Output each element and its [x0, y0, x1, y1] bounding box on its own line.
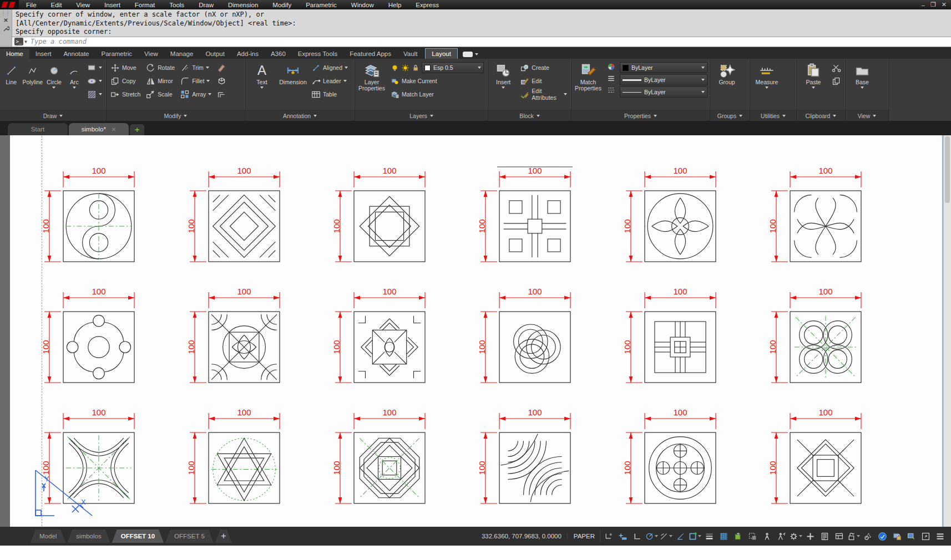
- panel-title-modify[interactable]: Modify: [107, 110, 245, 121]
- copy-button[interactable]: Copy: [109, 74, 142, 88]
- tile-quatrefoil[interactable]: .tile g.pat *{stroke:#2f2f2f;stroke-widt…: [614, 163, 722, 266]
- polyline-button[interactable]: Polyline: [22, 61, 43, 110]
- tile-octagram[interactable]: .tile g.pat *{stroke:#2f2f2f;stroke-widt…: [323, 163, 432, 266]
- linetype-list-icon[interactable]: [605, 84, 618, 96]
- ribbon-tab-parametric[interactable]: Parametric: [95, 49, 139, 59]
- layout-tab-model[interactable]: Model: [31, 530, 65, 543]
- edit-block-button[interactable]: Edit: [518, 74, 569, 88]
- layout-tab-simbolos[interactable]: simbolos: [67, 530, 110, 543]
- menu-edit[interactable]: Edit: [44, 2, 69, 8]
- panel-title-block[interactable]: Block: [488, 110, 571, 121]
- new-file-tab-button[interactable]: +: [130, 124, 144, 135]
- panel-title-utilities[interactable]: Utilities: [750, 110, 796, 121]
- draw-rectangle-button[interactable]: [85, 61, 104, 74]
- vertical-scrollbar[interactable]: [943, 135, 951, 527]
- tile-taijitu[interactable]: .tile g.pat *{stroke:#2f2f2f;stroke-widt…: [32, 163, 141, 266]
- panel-title-draw[interactable]: Draw: [0, 110, 106, 121]
- minimize-button[interactable]: –: [922, 2, 925, 8]
- explode-button[interactable]: [215, 74, 228, 88]
- file-tab-simbolo[interactable]: simbolo* ✕: [69, 123, 129, 135]
- layer-thaw-icon[interactable]: [401, 63, 410, 73]
- base-button[interactable]: Base: [848, 61, 877, 110]
- ortho-icon[interactable]: [630, 530, 644, 542]
- group-button[interactable]: Group: [712, 61, 741, 110]
- trim-button[interactable]: Trim: [179, 61, 213, 74]
- match-layer-button[interactable]: Match Layer: [388, 88, 485, 101]
- ribbon-tab-output[interactable]: Output: [199, 49, 231, 59]
- tile-star-chevron[interactable]: .tile g.pat *{stroke:#2f2f2f;stroke-widt…: [323, 284, 432, 387]
- command-drag-handle-icon[interactable]: ⋮⋮⋮⋮: [2, 11, 11, 15]
- menu-window[interactable]: Window: [344, 2, 381, 8]
- layer-properties-button[interactable]: Layer Properties: [357, 61, 386, 110]
- tile-ring-knot[interactable]: .tile g.pat *{stroke:#2f2f2f;stroke-widt…: [468, 284, 577, 387]
- measure-button[interactable]: Measure: [752, 61, 781, 110]
- panel-title-properties[interactable]: Properties: [571, 110, 710, 121]
- tile-diagonal-weave[interactable]: .tile g.pat *{stroke:#2f2f2f;stroke-widt…: [178, 163, 286, 266]
- command-close-icon[interactable]: ✕: [3, 17, 8, 23]
- graphics-performance-icon[interactable]: [890, 530, 903, 542]
- cut-icon[interactable]: [830, 61, 843, 74]
- line-button[interactable]: Line: [2, 61, 20, 110]
- ribbon-tab-insert[interactable]: Insert: [29, 49, 58, 59]
- tile-celtic-weave[interactable]: .tile g.pat *{stroke:#2f2f2f;stroke-widt…: [759, 163, 868, 266]
- panel-title-annotation[interactable]: Annotation: [245, 110, 355, 121]
- tile-diamond-frame[interactable]: .tile g.pat *{stroke:#2f2f2f;stroke-widt…: [759, 405, 868, 508]
- circle-button[interactable]: Circle: [45, 61, 63, 110]
- tile-octagon-knot[interactable]: .tile g.pat *{stroke:#2f2f2f;stroke-widt…: [323, 405, 432, 508]
- arc-button[interactable]: Arc: [65, 61, 83, 110]
- autocad-logo-icon[interactable]: [0, 0, 19, 9]
- paper-sheet[interactable]: .tile g.pat *{stroke:#2f2f2f;stroke-widt…: [10, 135, 942, 527]
- lock-ui-icon[interactable]: [847, 530, 860, 542]
- tile-bar-grid[interactable]: .tile g.pat *{stroke:#2f2f2f;stroke-widt…: [614, 284, 722, 387]
- hardware-acceleration-icon[interactable]: [876, 530, 889, 542]
- layout-tab-offset-5[interactable]: OFFSET 5: [165, 530, 214, 543]
- match-properties-button[interactable]: Match Properties: [574, 61, 603, 110]
- draw-hatch-button[interactable]: [85, 88, 104, 101]
- isolate-objects-icon[interactable]: [861, 530, 874, 542]
- transparency-icon[interactable]: [717, 530, 730, 542]
- menu-format[interactable]: Format: [128, 2, 162, 8]
- mirror-button[interactable]: Mirror: [144, 74, 176, 88]
- isodraft-icon[interactable]: [659, 530, 672, 542]
- clean-screen-icon[interactable]: [919, 530, 932, 542]
- new-layout-button[interactable]: +: [215, 530, 232, 543]
- make-current-button[interactable]: Make Current: [388, 74, 485, 88]
- menu-file[interactable]: File: [19, 2, 44, 8]
- create-block-button[interactable]: Create: [518, 61, 569, 74]
- infer-constraints-icon[interactable]: [601, 530, 615, 542]
- ribbon-tab-a360[interactable]: A360: [265, 49, 292, 59]
- layer-on-icon[interactable]: [390, 63, 399, 73]
- file-tab-start[interactable]: Start: [8, 123, 68, 135]
- tile-greek-key[interactable]: .tile g.pat *{stroke:#2f2f2f;stroke-widt…: [468, 163, 577, 266]
- panel-title-layers[interactable]: Layers: [355, 110, 488, 121]
- copy-clip-icon[interactable]: [830, 74, 843, 88]
- tile-five-circles[interactable]: .tile g.pat *{stroke:#2f2f2f;stroke-widt…: [614, 405, 722, 508]
- color-wheel-icon[interactable]: [605, 61, 618, 73]
- layer-select[interactable]: Esp 0.5: [422, 62, 484, 73]
- panel-title-groups[interactable]: Groups: [710, 110, 750, 121]
- tile-corner-arcs[interactable]: .tile g.pat *{stroke:#2f2f2f;stroke-widt…: [178, 284, 286, 387]
- menu-modify[interactable]: Modify: [265, 2, 299, 8]
- ribbon-tab-add-ins[interactable]: Add-ins: [231, 49, 265, 59]
- erase-button[interactable]: [215, 61, 228, 74]
- command-input[interactable]: >_ ▼ Type a command: [12, 37, 951, 47]
- layout-tab-offset-10[interactable]: OFFSET 10: [112, 530, 164, 543]
- annotation-scale-icon[interactable]: [775, 530, 788, 542]
- menu-dimension[interactable]: Dimension: [221, 2, 265, 8]
- quick-properties-icon[interactable]: [832, 530, 846, 542]
- lineweight-select[interactable]: ByLayer: [620, 74, 707, 85]
- menu-express[interactable]: Express: [408, 2, 446, 8]
- annotation-monitor-icon[interactable]: [803, 530, 817, 542]
- restore-button[interactable]: ❐: [930, 1, 936, 8]
- ribbon-tab-view[interactable]: View: [138, 49, 164, 59]
- paper-space-button[interactable]: PAPER: [569, 531, 600, 542]
- move-button[interactable]: Move: [109, 61, 142, 74]
- close-button[interactable]: ✕: [942, 1, 947, 8]
- ribbon-tab-express-tools[interactable]: Express Tools: [292, 49, 343, 59]
- tile-spiral-cross[interactable]: .tile g.pat *{stroke:#2f2f2f;stroke-widt…: [32, 284, 141, 387]
- rotate-button[interactable]: Rotate: [144, 61, 176, 74]
- text-button[interactable]: AText: [247, 61, 276, 110]
- annotation-visibility-icon[interactable]: [746, 530, 759, 542]
- leader-button[interactable]: Leader: [310, 74, 350, 88]
- paste-button[interactable]: Paste: [799, 61, 828, 110]
